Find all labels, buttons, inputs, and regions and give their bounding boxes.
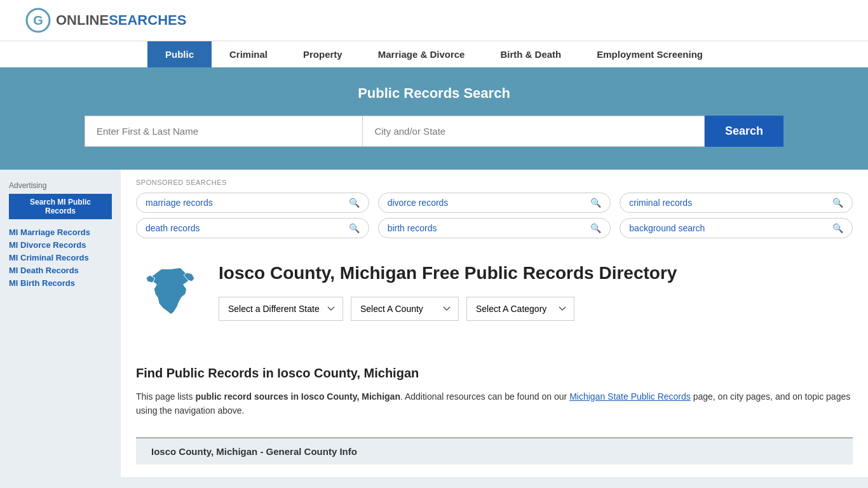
list-item: MI Marriage Records bbox=[9, 227, 112, 237]
search-bar: Search bbox=[85, 116, 783, 147]
logo-text: ONLINESEARCHES bbox=[56, 12, 186, 29]
find-title: Find Public Records in Iosco County, Mic… bbox=[136, 366, 853, 381]
sidebar-link-death[interactable]: MI Death Records bbox=[9, 266, 79, 275]
directory-section: Iosco County, Michigan Free Public Recor… bbox=[121, 250, 868, 360]
logo: G ONLINESEARCHES bbox=[25, 8, 186, 33]
main-layout: Advertising Search MI Public Records MI … bbox=[0, 170, 868, 477]
find-text: This page lists public record sources in… bbox=[136, 390, 853, 418]
hero-section: Public Records Search Search bbox=[0, 67, 868, 170]
sponsored-pill-birth[interactable]: birth records 🔍 bbox=[378, 218, 611, 238]
michigan-map bbox=[136, 262, 206, 347]
list-item: MI Death Records bbox=[9, 265, 112, 275]
sponsored-pill-criminal[interactable]: criminal records 🔍 bbox=[620, 193, 853, 213]
state-dropdown[interactable]: Select a Different State bbox=[219, 297, 343, 321]
sponsored-label: SPONSORED SEARCHES bbox=[136, 179, 853, 186]
content-area: SPONSORED SEARCHES marriage records 🔍 di… bbox=[121, 170, 868, 477]
county-info-bar: Iosco County, Michigan - General County … bbox=[136, 437, 853, 464]
search-button[interactable]: Search bbox=[705, 116, 783, 147]
name-input[interactable] bbox=[85, 116, 362, 147]
search-icon: 🔍 bbox=[590, 223, 601, 233]
sponsored-grid: marriage records 🔍 divorce records 🔍 cri… bbox=[136, 193, 853, 238]
sidebar-ad-label: Advertising bbox=[9, 181, 112, 190]
category-dropdown[interactable]: Select A Category bbox=[466, 297, 574, 321]
find-section: Find Public Records in Iosco County, Mic… bbox=[121, 360, 868, 431]
dropdown-row: Select a Different State Select A County… bbox=[219, 297, 677, 321]
sidebar-link-criminal[interactable]: MI Criminal Records bbox=[9, 253, 89, 262]
nav-item-public[interactable]: Public bbox=[147, 41, 212, 67]
nav-item-employment[interactable]: Employment Screening bbox=[579, 41, 721, 67]
list-item: MI Criminal Records bbox=[9, 252, 112, 262]
main-nav: Public Criminal Property Marriage & Divo… bbox=[0, 41, 868, 67]
hero-title: Public Records Search bbox=[25, 85, 843, 102]
list-item: MI Birth Records bbox=[9, 278, 112, 288]
sponsored-section: SPONSORED SEARCHES marriage records 🔍 di… bbox=[121, 170, 868, 250]
header: G ONLINESEARCHES bbox=[0, 0, 868, 41]
search-icon: 🔍 bbox=[349, 198, 360, 208]
sidebar-links: MI Marriage Records MI Divorce Records M… bbox=[9, 227, 112, 288]
list-item: MI Divorce Records bbox=[9, 240, 112, 250]
search-icon: 🔍 bbox=[832, 223, 843, 233]
sidebar-link-marriage[interactable]: MI Marriage Records bbox=[9, 227, 90, 237]
state-records-link[interactable]: Michigan State Public Records bbox=[569, 391, 691, 402]
sponsored-pill-marriage[interactable]: marriage records 🔍 bbox=[136, 193, 369, 213]
sidebar: Advertising Search MI Public Records MI … bbox=[0, 170, 121, 477]
sponsored-pill-divorce[interactable]: divorce records 🔍 bbox=[378, 193, 611, 213]
nav-item-property[interactable]: Property bbox=[285, 41, 360, 67]
nav-item-marriage-divorce[interactable]: Marriage & Divorce bbox=[360, 41, 483, 67]
sidebar-ad-button[interactable]: Search MI Public Records bbox=[9, 194, 112, 219]
sponsored-pill-death[interactable]: death records 🔍 bbox=[136, 218, 369, 238]
nav-item-birth-death[interactable]: Birth & Death bbox=[482, 41, 579, 67]
nav-item-criminal[interactable]: Criminal bbox=[212, 41, 285, 67]
svg-text:G: G bbox=[33, 13, 43, 27]
logo-icon: G bbox=[25, 8, 51, 33]
search-icon: 🔍 bbox=[349, 223, 360, 233]
sponsored-pill-background[interactable]: background search 🔍 bbox=[620, 218, 853, 238]
city-input[interactable] bbox=[362, 116, 705, 147]
search-icon: 🔍 bbox=[590, 198, 601, 208]
directory-title: Iosco County, Michigan Free Public Recor… bbox=[219, 262, 677, 284]
county-dropdown[interactable]: Select A County bbox=[351, 297, 459, 321]
sidebar-link-divorce[interactable]: MI Divorce Records bbox=[9, 240, 86, 250]
directory-info: Iosco County, Michigan Free Public Recor… bbox=[219, 262, 677, 321]
search-icon: 🔍 bbox=[832, 198, 843, 208]
sidebar-link-birth[interactable]: MI Birth Records bbox=[9, 278, 75, 288]
